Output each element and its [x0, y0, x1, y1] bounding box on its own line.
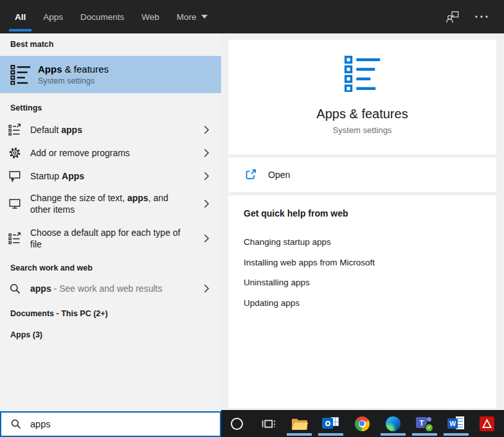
apps-features-icon — [344, 55, 381, 92]
taskbar: T ✓ W — [221, 410, 504, 437]
preview-hero-card: Apps & features System settings — [228, 40, 496, 154]
preview-panel: Apps & features System settings Open Get… — [221, 33, 504, 410]
chrome-icon — [355, 416, 370, 431]
best-match-subtitle: System settings — [38, 76, 109, 85]
documents-section-header[interactable]: Documents - This PC (2+) — [0, 308, 221, 319]
search-box[interactable] — [0, 411, 221, 437]
tab-apps[interactable]: Apps — [37, 0, 69, 33]
more-options-button[interactable] — [474, 15, 489, 19]
windows-search-flyout: All Apps Documents Web More Best match A… — [0, 0, 504, 437]
quick-help-card: Get quick help from web Changing startup… — [228, 195, 496, 408]
search-filter-bar: All Apps Documents Web More — [0, 0, 504, 33]
preview-subtitle: System settings — [333, 125, 392, 135]
search-web-section-header: Search work and web — [0, 263, 221, 273]
settings-item-startup-apps[interactable]: Startup Apps — [0, 165, 221, 188]
help-link-changing-startup-apps[interactable]: Changing startup apps — [244, 232, 481, 253]
best-match-header: Best match — [0, 39, 221, 49]
startup-icon — [8, 170, 21, 183]
tab-all[interactable]: All — [9, 0, 32, 33]
chevron-right-icon — [204, 199, 213, 208]
edge-button[interactable] — [377, 410, 409, 437]
open-icon — [244, 168, 257, 181]
chevron-right-icon — [204, 284, 213, 293]
help-link-updating-apps[interactable]: Updating apps — [244, 293, 481, 314]
settings-item-default-apps[interactable]: Default apps — [0, 118, 221, 141]
task-view-icon — [260, 416, 276, 432]
teams-button[interactable]: T ✓ — [409, 410, 440, 437]
chevron-down-icon — [201, 15, 208, 19]
settings-item-choose-default-app[interactable]: Choose a default app for each type of fi… — [0, 222, 221, 254]
chevron-right-icon — [204, 125, 213, 134]
task-view-button[interactable] — [253, 410, 284, 437]
file-explorer-button[interactable] — [284, 410, 315, 437]
edge-icon — [386, 416, 401, 431]
settings-item-change-size[interactable]: Change the size of text, apps, and other… — [0, 188, 221, 220]
gear-icon — [8, 147, 21, 159]
help-link-uninstalling-apps[interactable]: Uninstalling apps — [244, 272, 481, 293]
signin-options-button[interactable] — [446, 10, 460, 24]
search-icon — [10, 418, 22, 430]
best-match-title: Apps & features — [38, 64, 109, 75]
default-apps-icon — [8, 123, 21, 136]
display-icon — [8, 197, 21, 210]
search-web-result[interactable]: apps - See work and web results — [0, 277, 221, 300]
settings-item-add-remove-programs[interactable]: Add or remove programs — [0, 141, 221, 165]
preview-title: Apps & features — [316, 107, 408, 121]
quick-help-header: Get quick help from web — [244, 208, 481, 219]
teams-icon: T ✓ — [416, 416, 433, 431]
signin-icon — [446, 10, 460, 24]
chevron-right-icon — [204, 148, 213, 157]
tab-documents[interactable]: Documents — [75, 0, 130, 33]
tab-web[interactable]: Web — [136, 0, 165, 33]
chrome-button[interactable] — [346, 410, 378, 437]
outlook-icon — [322, 416, 339, 431]
word-button[interactable]: W — [440, 410, 472, 437]
file-explorer-icon — [291, 417, 308, 431]
search-filter-tabs: All Apps Documents Web More — [0, 0, 219, 33]
apps-section-header[interactable]: Apps (3) — [0, 330, 221, 340]
search-icon — [8, 282, 21, 295]
search-results-panel: Best match Apps & features System settin… — [0, 33, 221, 437]
acrobat-button[interactable] — [472, 410, 503, 437]
default-apps-icon — [8, 232, 21, 245]
chevron-right-icon — [204, 234, 213, 243]
help-link-installing-web-apps[interactable]: Installing web apps from Microsoft — [244, 253, 481, 273]
cortana-icon — [231, 418, 243, 430]
apps-features-icon — [10, 64, 31, 85]
more-options-icon — [474, 15, 489, 19]
cortana-button[interactable] — [221, 410, 253, 437]
tab-more[interactable]: More — [171, 0, 213, 33]
acrobat-icon — [480, 416, 494, 431]
word-icon: W — [447, 416, 464, 431]
chevron-right-icon — [204, 172, 213, 181]
outlook-button[interactable] — [315, 410, 346, 437]
settings-section-header: Settings — [0, 103, 221, 113]
open-label: Open — [268, 170, 290, 180]
search-input[interactable] — [30, 419, 211, 429]
best-match-result[interactable]: Apps & features System settings — [0, 56, 221, 93]
open-action[interactable]: Open — [228, 157, 496, 192]
